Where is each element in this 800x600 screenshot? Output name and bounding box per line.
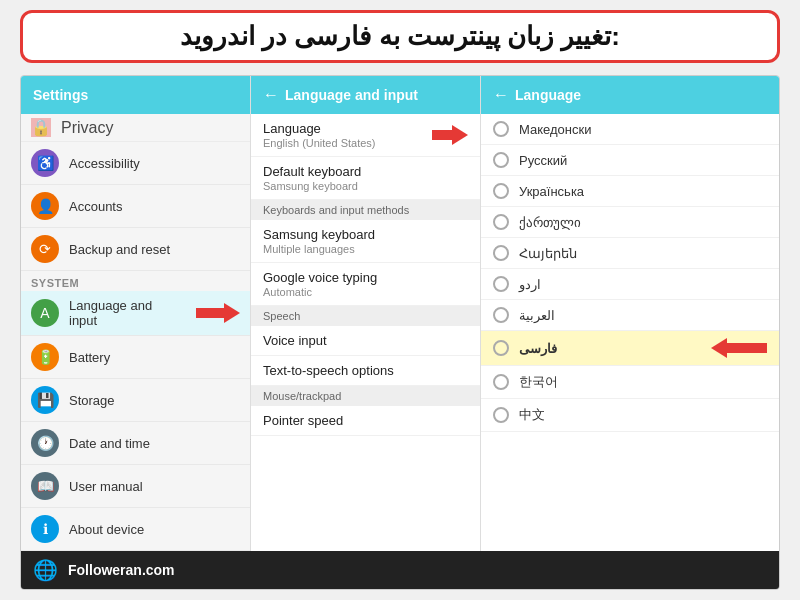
lang-input-header: ← Language and input [251,76,480,114]
sidebar-item-accessibility[interactable]: ♿ Accessibility [21,142,250,185]
settings-column: Settings 🔒 Privacy ♿ Accessibility 👤 Acc… [21,76,251,551]
lang-item-tts[interactable]: Text-to-speech options [251,356,480,386]
language-back-arrow-icon: ← [493,86,509,104]
sidebar-item-backup[interactable]: ⟳ Backup and reset [21,228,250,271]
sidebar-item-about[interactable]: ℹ About device [21,508,250,551]
language-arrow [432,125,468,145]
sidebar-item-privacy[interactable]: 🔒 Privacy [21,114,250,142]
manual-label: User manual [69,479,143,494]
urdu-name: اردو [519,277,541,292]
armenian-name: Հայերեն [519,246,577,261]
google-voice-sub: Automatic [263,286,468,298]
armenian-radio [493,245,509,261]
tts-title: Text-to-speech options [263,363,468,378]
sidebar-item-storage[interactable]: 💾 Storage [21,379,250,422]
pointer-speed-title: Pointer speed [263,413,468,428]
language-option-russian[interactable]: Русский [481,145,779,176]
samsung-keyboard-sub: Multiple languages [263,243,468,255]
language-column: ← Language Македонски Русский Українська [481,76,779,551]
columns: Settings 🔒 Privacy ♿ Accessibility 👤 Acc… [21,76,779,551]
farsi-name: فارسی [519,341,557,356]
lang-item-pointer-speed[interactable]: Pointer speed [251,406,480,436]
backup-label: Backup and reset [69,242,170,257]
bottom-bar: 🌐 Followeran.com [21,551,780,589]
sidebar-item-datetime[interactable]: 🕐 Date and time [21,422,250,465]
sidebar-item-accounts[interactable]: 👤 Accounts [21,185,250,228]
lang-input-header-label: Language and input [285,87,418,103]
chinese-radio [493,407,509,423]
arabic-name: العربية [519,308,555,323]
mouse-section-header: Mouse/trackpad [251,386,480,406]
language-header: ← Language [481,76,779,114]
korean-name: 한국어 [519,373,558,391]
language-input-label: Language and input [69,298,178,328]
russian-name: Русский [519,153,567,168]
datetime-icon: 🕐 [31,429,59,457]
sidebar-item-manual[interactable]: 📖 User manual [21,465,250,508]
language-option-farsi[interactable]: فارسی [481,331,779,366]
georgian-radio [493,214,509,230]
ukrainian-name: Українська [519,184,584,199]
sidebar-item-language-input[interactable]: A Language and input [21,291,250,336]
language-option-georgian[interactable]: ქართული [481,207,779,238]
lang-item-samsung-keyboard[interactable]: Samsung keyboard Multiple languages [251,220,480,263]
chinese-name: 中文 [519,406,545,424]
farsi-radio [493,340,509,356]
default-keyboard-title: Default keyboard [263,164,468,179]
language-option-armenian[interactable]: Հայերեն [481,238,779,269]
speech-section-header: Speech [251,306,480,326]
lang-item-default-keyboard[interactable]: Default keyboard Samsung keyboard [251,157,480,200]
accessibility-icon: ♿ [31,149,59,177]
language-item-title: Language [263,121,376,136]
georgian-name: ქართული [519,215,581,230]
macedonian-name: Македонски [519,122,591,137]
datetime-label: Date and time [69,436,150,451]
language-option-urdu[interactable]: اردو [481,269,779,300]
keyboards-section-header: Keyboards and input methods [251,200,480,220]
language-option-ukrainian[interactable]: Українська [481,176,779,207]
default-keyboard-sub: Samsung keyboard [263,180,468,192]
website-url: Followeran.com [68,562,175,578]
urdu-radio [493,276,509,292]
privacy-icon: 🔒 [31,118,51,137]
language-header-label: Language [515,87,581,103]
voice-input-title: Voice input [263,333,468,348]
privacy-label: Privacy [61,119,113,137]
battery-icon: 🔋 [31,343,59,371]
language-option-macedonian[interactable]: Македонски [481,114,779,145]
back-arrow-icon: ← [263,86,279,104]
lang-item-language[interactable]: Language English (United States) [251,114,480,157]
language-input-icon: A [31,299,59,327]
accounts-icon: 👤 [31,192,59,220]
ukrainian-radio [493,183,509,199]
macedonian-radio [493,121,509,137]
google-voice-title: Google voice typing [263,270,468,285]
samsung-keyboard-title: Samsung keyboard [263,227,468,242]
screenshot-container: Settings 🔒 Privacy ♿ Accessibility 👤 Acc… [20,75,780,590]
russian-radio [493,152,509,168]
language-option-korean[interactable]: 한국어 [481,366,779,399]
accounts-label: Accounts [69,199,122,214]
language-option-arabic[interactable]: العربية [481,300,779,331]
language-item-sub: English (United States) [263,137,376,149]
backup-icon: ⟳ [31,235,59,263]
system-section-label: System [21,271,250,291]
settings-header-label: Settings [33,87,88,103]
page-title: تغییر زبان پینترست به فارسی در اندروید: [180,21,620,51]
accessibility-label: Accessibility [69,156,140,171]
lang-item-voice-input[interactable]: Voice input [251,326,480,356]
arabic-radio [493,307,509,323]
farsi-arrow [711,338,767,358]
sidebar-item-battery[interactable]: 🔋 Battery [21,336,250,379]
lang-input-column: ← Language and input Language English (U… [251,76,481,551]
about-label: About device [69,522,144,537]
title-box: تغییر زبان پینترست به فارسی در اندروید: [20,10,780,63]
about-icon: ℹ [31,515,59,543]
storage-label: Storage [69,393,115,408]
lang-item-google-voice[interactable]: Google voice typing Automatic [251,263,480,306]
outer-container: تغییر زبان پینترست به فارسی در اندروید: … [0,0,800,600]
language-option-chinese[interactable]: 中文 [481,399,779,432]
korean-radio [493,374,509,390]
globe-icon: 🌐 [33,558,58,582]
manual-icon: 📖 [31,472,59,500]
